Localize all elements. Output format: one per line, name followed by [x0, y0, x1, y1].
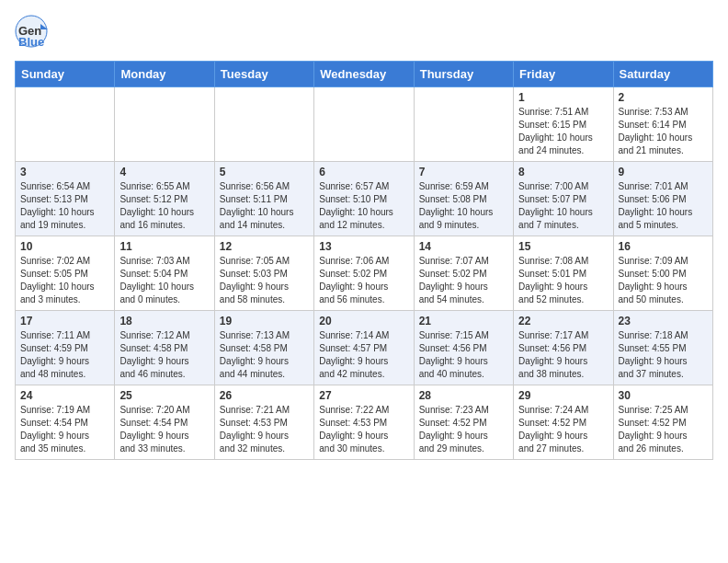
- calendar-cell: 8Sunrise: 7:00 AM Sunset: 5:07 PM Daylig…: [514, 162, 613, 236]
- calendar-cell: [314, 87, 414, 162]
- day-number: 7: [419, 166, 508, 178]
- calendar-cell: 30Sunrise: 7:25 AM Sunset: 4:52 PM Dayli…: [613, 385, 712, 460]
- day-info: Sunrise: 7:23 AM Sunset: 4:52 PM Dayligh…: [419, 404, 508, 455]
- header: Gen Blue: [15, 15, 713, 52]
- day-info: Sunrise: 7:15 AM Sunset: 4:56 PM Dayligh…: [419, 329, 508, 381]
- calendar-cell: 4Sunrise: 6:55 AM Sunset: 5:12 PM Daylig…: [115, 162, 214, 236]
- day-info: Sunrise: 7:17 AM Sunset: 4:56 PM Dayligh…: [518, 329, 608, 381]
- calendar-cell: 21Sunrise: 7:15 AM Sunset: 4:56 PM Dayli…: [414, 311, 513, 385]
- day-info: Sunrise: 7:22 AM Sunset: 4:53 PM Dayligh…: [319, 404, 408, 455]
- calendar-cell: 10Sunrise: 7:02 AM Sunset: 5:05 PM Dayli…: [16, 236, 115, 311]
- calendar-cell: 16Sunrise: 7:09 AM Sunset: 5:00 PM Dayli…: [613, 236, 712, 311]
- day-info: Sunrise: 7:18 AM Sunset: 4:55 PM Dayligh…: [619, 329, 708, 381]
- calendar-cell: 25Sunrise: 7:20 AM Sunset: 4:54 PM Dayli…: [115, 385, 214, 460]
- calendar-cell: 29Sunrise: 7:24 AM Sunset: 4:52 PM Dayli…: [514, 385, 613, 460]
- day-number: 16: [619, 240, 708, 253]
- logo-icon: Gen Blue: [15, 15, 48, 48]
- calendar-cell: 27Sunrise: 7:22 AM Sunset: 4:53 PM Dayli…: [314, 385, 414, 460]
- logo: Gen Blue: [15, 15, 51, 52]
- day-info: Sunrise: 7:19 AM Sunset: 4:54 PM Dayligh…: [20, 404, 109, 455]
- week-row-5: 24Sunrise: 7:19 AM Sunset: 4:54 PM Dayli…: [16, 385, 713, 460]
- day-number: 6: [319, 166, 408, 178]
- day-number: 3: [20, 166, 109, 178]
- day-number: 8: [518, 166, 608, 178]
- calendar-cell: 3Sunrise: 6:54 AM Sunset: 5:13 PM Daylig…: [16, 162, 115, 236]
- day-info: Sunrise: 7:21 AM Sunset: 4:53 PM Dayligh…: [220, 404, 309, 455]
- day-number: 9: [619, 166, 708, 178]
- day-number: 15: [518, 240, 608, 253]
- calendar-cell: 24Sunrise: 7:19 AM Sunset: 4:54 PM Dayli…: [16, 385, 115, 460]
- day-number: 25: [119, 389, 209, 402]
- day-info: Sunrise: 7:08 AM Sunset: 5:01 PM Dayligh…: [518, 255, 608, 306]
- day-number: 27: [319, 389, 408, 402]
- weekday-header-row: SundayMondayTuesdayWednesdayThursdayFrid…: [16, 62, 713, 87]
- weekday-header-sunday: Sunday: [16, 62, 115, 87]
- day-info: Sunrise: 6:59 AM Sunset: 5:08 PM Dayligh…: [419, 180, 508, 232]
- calendar-cell: 15Sunrise: 7:08 AM Sunset: 5:01 PM Dayli…: [514, 236, 613, 311]
- day-info: Sunrise: 7:07 AM Sunset: 5:02 PM Dayligh…: [419, 255, 508, 306]
- day-info: Sunrise: 7:00 AM Sunset: 5:07 PM Dayligh…: [518, 180, 608, 232]
- day-number: 21: [419, 315, 508, 327]
- day-info: Sunrise: 6:54 AM Sunset: 5:13 PM Dayligh…: [20, 180, 109, 232]
- weekday-header-tuesday: Tuesday: [214, 62, 313, 87]
- day-number: 12: [220, 240, 309, 253]
- day-number: 26: [220, 389, 309, 402]
- calendar-cell: [214, 87, 313, 162]
- day-number: 17: [20, 315, 109, 327]
- day-number: 22: [518, 315, 608, 327]
- calendar-cell: 19Sunrise: 7:13 AM Sunset: 4:58 PM Dayli…: [214, 311, 313, 385]
- day-info: Sunrise: 7:11 AM Sunset: 4:59 PM Dayligh…: [20, 329, 109, 381]
- day-info: Sunrise: 7:03 AM Sunset: 5:04 PM Dayligh…: [119, 255, 209, 306]
- day-number: 29: [518, 389, 608, 402]
- week-row-3: 10Sunrise: 7:02 AM Sunset: 5:05 PM Dayli…: [16, 236, 713, 311]
- calendar-cell: 28Sunrise: 7:23 AM Sunset: 4:52 PM Dayli…: [414, 385, 513, 460]
- day-info: Sunrise: 7:01 AM Sunset: 5:06 PM Dayligh…: [619, 180, 708, 232]
- day-number: 14: [419, 240, 508, 253]
- week-row-1: 1Sunrise: 7:51 AM Sunset: 6:15 PM Daylig…: [16, 87, 713, 162]
- day-number: 11: [119, 240, 209, 253]
- day-info: Sunrise: 7:25 AM Sunset: 4:52 PM Dayligh…: [619, 404, 708, 455]
- calendar-cell: 1Sunrise: 7:51 AM Sunset: 6:15 PM Daylig…: [514, 87, 613, 162]
- calendar-cell: [16, 87, 115, 162]
- day-number: 23: [619, 315, 708, 327]
- day-number: 13: [319, 240, 408, 253]
- day-number: 30: [619, 389, 708, 402]
- day-info: Sunrise: 7:06 AM Sunset: 5:02 PM Dayligh…: [319, 255, 408, 306]
- calendar-cell: 6Sunrise: 6:57 AM Sunset: 5:10 PM Daylig…: [314, 162, 414, 236]
- calendar-cell: 20Sunrise: 7:14 AM Sunset: 4:57 PM Dayli…: [314, 311, 414, 385]
- calendar-cell: 22Sunrise: 7:17 AM Sunset: 4:56 PM Dayli…: [514, 311, 613, 385]
- day-number: 1: [518, 91, 608, 104]
- day-info: Sunrise: 7:13 AM Sunset: 4:58 PM Dayligh…: [220, 329, 309, 381]
- weekday-header-wednesday: Wednesday: [314, 62, 414, 87]
- day-number: 2: [619, 91, 708, 104]
- week-row-2: 3Sunrise: 6:54 AM Sunset: 5:13 PM Daylig…: [16, 162, 713, 236]
- day-number: 24: [20, 389, 109, 402]
- calendar-cell: [414, 87, 513, 162]
- calendar-cell: [115, 87, 214, 162]
- day-number: 5: [220, 166, 309, 178]
- day-info: Sunrise: 7:20 AM Sunset: 4:54 PM Dayligh…: [119, 404, 209, 455]
- day-info: Sunrise: 7:05 AM Sunset: 5:03 PM Dayligh…: [220, 255, 309, 306]
- weekday-header-friday: Friday: [514, 62, 613, 87]
- calendar-cell: 23Sunrise: 7:18 AM Sunset: 4:55 PM Dayli…: [613, 311, 712, 385]
- calendar-cell: 5Sunrise: 6:56 AM Sunset: 5:11 PM Daylig…: [214, 162, 313, 236]
- day-number: 20: [319, 315, 408, 327]
- calendar-cell: 13Sunrise: 7:06 AM Sunset: 5:02 PM Dayli…: [314, 236, 414, 311]
- calendar-cell: 12Sunrise: 7:05 AM Sunset: 5:03 PM Dayli…: [214, 236, 313, 311]
- day-info: Sunrise: 7:51 AM Sunset: 6:15 PM Dayligh…: [518, 106, 608, 157]
- calendar: SundayMondayTuesdayWednesdayThursdayFrid…: [15, 61, 713, 460]
- day-info: Sunrise: 7:09 AM Sunset: 5:00 PM Dayligh…: [619, 255, 708, 306]
- day-info: Sunrise: 7:24 AM Sunset: 4:52 PM Dayligh…: [518, 404, 608, 455]
- day-number: 28: [419, 389, 508, 402]
- day-number: 19: [220, 315, 309, 327]
- calendar-cell: 7Sunrise: 6:59 AM Sunset: 5:08 PM Daylig…: [414, 162, 513, 236]
- weekday-header-monday: Monday: [115, 62, 214, 87]
- day-info: Sunrise: 6:57 AM Sunset: 5:10 PM Dayligh…: [319, 180, 408, 232]
- week-row-4: 17Sunrise: 7:11 AM Sunset: 4:59 PM Dayli…: [16, 311, 713, 385]
- day-info: Sunrise: 7:14 AM Sunset: 4:57 PM Dayligh…: [319, 329, 408, 381]
- calendar-cell: 26Sunrise: 7:21 AM Sunset: 4:53 PM Dayli…: [214, 385, 313, 460]
- day-info: Sunrise: 7:12 AM Sunset: 4:58 PM Dayligh…: [119, 329, 209, 381]
- day-number: 10: [20, 240, 109, 253]
- weekday-header-saturday: Saturday: [613, 62, 712, 87]
- day-info: Sunrise: 6:56 AM Sunset: 5:11 PM Dayligh…: [220, 180, 309, 232]
